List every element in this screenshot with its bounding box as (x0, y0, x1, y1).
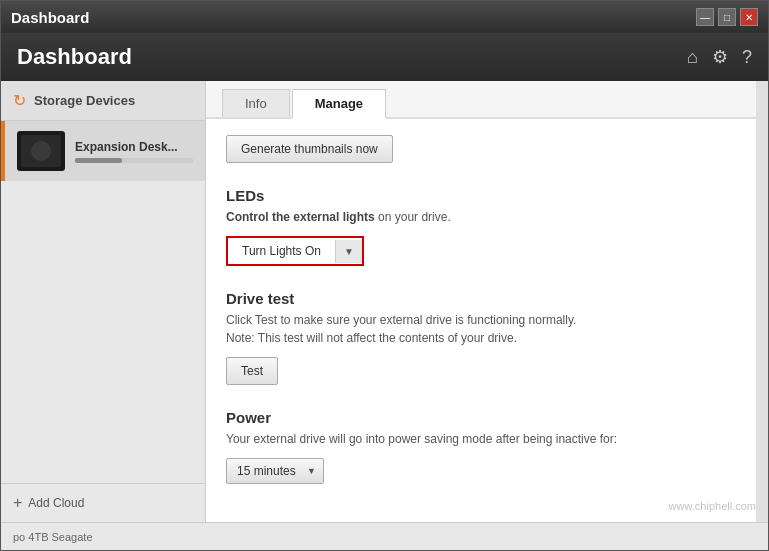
watermark-text: www.chiphell.com (669, 500, 756, 512)
test-button[interactable]: Test (226, 357, 278, 385)
leds-section: LEDs Control the external lights on your… (226, 187, 748, 266)
leds-title: LEDs (226, 187, 748, 204)
sidebar-section-storage-devices: ↻ Storage Devices (1, 81, 205, 121)
watermark: www.chiphell.com (669, 496, 756, 514)
leds-dropdown-arrow[interactable]: ▼ (335, 240, 362, 263)
power-dropdown[interactable]: 5 minutes 10 minutes 15 minutes 30 minut… (226, 458, 324, 484)
storage-section-icon: ↻ (13, 91, 26, 110)
power-section: Power Your external drive will go into p… (226, 409, 748, 484)
help-icon[interactable]: ? (742, 47, 752, 68)
leds-desc-rest: on your drive. (375, 210, 451, 224)
leds-dropdown[interactable]: Turn Lights On ▼ (226, 236, 364, 266)
content-area: Info Manage Generate thumbnails now LEDs (206, 81, 768, 522)
app-window: Dashboard — □ ✕ Dashboard ⌂ ⚙ ? ↻ Storag… (0, 0, 769, 551)
sidebar-section-label: Storage Devices (34, 93, 135, 108)
app-title: Dashboard (17, 44, 132, 70)
scrollbar[interactable] (756, 81, 768, 522)
leds-desc-highlight: Control the external lights (226, 210, 375, 224)
drive-test-section: Drive test Click Test to make sure your … (226, 290, 748, 385)
home-icon[interactable]: ⌂ (687, 47, 698, 68)
sidebar-device-item[interactable]: Expansion Desk... (1, 121, 205, 181)
device-info: Expansion Desk... (75, 140, 193, 163)
sidebar: ↻ Storage Devices Expansion Desk... + Ad… (1, 81, 206, 522)
close-button[interactable]: ✕ (740, 8, 758, 26)
power-description: Your external drive will go into power s… (226, 430, 748, 448)
header-bar: Dashboard ⌂ ⚙ ? (1, 33, 768, 81)
window-title: Dashboard (11, 9, 696, 26)
leds-description: Control the external lights on your driv… (226, 208, 748, 226)
generate-thumbnails-button[interactable]: Generate thumbnails now (226, 135, 393, 163)
thumbnails-section: Generate thumbnails now (226, 135, 748, 163)
device-usage-fill (75, 158, 122, 163)
tab-manage[interactable]: Manage (292, 89, 386, 119)
content-body: Generate thumbnails now LEDs Control the… (206, 119, 768, 522)
tab-bar: Info Manage (206, 81, 768, 119)
maximize-button[interactable]: □ (718, 8, 736, 26)
footer-text: po 4TB Seagate (13, 531, 93, 543)
footer-bar: po 4TB Seagate (1, 522, 768, 550)
content-wrapper: Info Manage Generate thumbnails now LEDs (206, 81, 768, 522)
header-icons: ⌂ ⚙ ? (687, 46, 752, 68)
power-title: Power (226, 409, 748, 426)
main-content: ↻ Storage Devices Expansion Desk... + Ad… (1, 81, 768, 522)
device-name: Expansion Desk... (75, 140, 193, 154)
device-icon (17, 131, 65, 171)
add-cloud-label: Add Cloud (28, 496, 84, 510)
device-usage-bar (75, 158, 193, 163)
settings-icon[interactable]: ⚙ (712, 46, 728, 68)
minimize-button[interactable]: — (696, 8, 714, 26)
title-bar: Dashboard — □ ✕ (1, 1, 768, 33)
drive-test-description: Click Test to make sure your external dr… (226, 311, 748, 347)
power-dropdown-select[interactable]: 5 minutes 10 minutes 15 minutes 30 minut… (227, 459, 300, 483)
tab-info[interactable]: Info (222, 89, 290, 117)
add-icon: + (13, 494, 22, 512)
leds-dropdown-value: Turn Lights On (228, 238, 335, 264)
window-controls: — □ ✕ (696, 8, 758, 26)
drive-test-title: Drive test (226, 290, 748, 307)
power-dropdown-arrow: ▼ (300, 461, 323, 481)
add-cloud-button[interactable]: + Add Cloud (1, 483, 205, 522)
